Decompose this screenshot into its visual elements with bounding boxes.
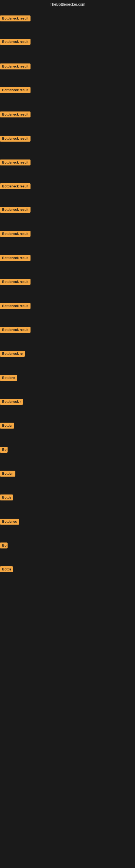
bottleneck-result-badge[interactable]: Bottleneck result bbox=[0, 183, 31, 189]
bottleneck-badge-container: Bottlen bbox=[0, 471, 15, 478]
bottleneck-badge-container: Bo bbox=[0, 542, 8, 550]
bottleneck-result-badge[interactable]: Bottleneck re bbox=[0, 351, 25, 357]
bottleneck-result-badge[interactable]: Bottleneck result bbox=[0, 87, 31, 93]
bottleneck-result-badge[interactable]: Bottleneck result bbox=[0, 207, 31, 213]
bottleneck-result-badge[interactable]: Bottleneck result bbox=[0, 112, 31, 118]
bottleneck-badge-container: Bottleneck result bbox=[0, 231, 31, 238]
site-title: TheBottlenecker.com bbox=[0, 0, 135, 8]
bottleneck-result-badge[interactable]: Bottleneck result bbox=[0, 63, 31, 69]
bottleneck-result-badge[interactable]: Bottleneck result bbox=[0, 39, 31, 45]
bottleneck-badge-container: Bo bbox=[0, 447, 8, 454]
bottleneck-result-badge[interactable]: Bottleneck result bbox=[0, 327, 31, 333]
bottleneck-result-badge[interactable]: Bo bbox=[0, 447, 8, 453]
bottleneck-result-badge[interactable]: Bottlene bbox=[0, 375, 17, 381]
bottleneck-result-badge[interactable]: Bottleneck result bbox=[0, 135, 31, 142]
bottleneck-badge-container: Bottleneck result bbox=[0, 279, 31, 286]
bottleneck-badge-container: Bottle bbox=[0, 566, 13, 574]
bottleneck-result-badge[interactable]: Bottler bbox=[0, 423, 14, 429]
bottleneck-result-badge[interactable]: Bottleneck result bbox=[0, 279, 31, 285]
bottleneck-badge-container: Bottleneck r bbox=[0, 399, 23, 406]
bottleneck-badge-container: Bottleneck result bbox=[0, 183, 31, 190]
bottleneck-badge-container: Bottleneck result bbox=[0, 207, 31, 214]
bottleneck-badge-container: Bottleneck result bbox=[0, 303, 31, 310]
bottleneck-badge-container: Bottleneck result bbox=[0, 63, 31, 70]
bottleneck-result-badge[interactable]: Bottle bbox=[0, 566, 13, 572]
bottleneck-result-badge[interactable]: Bottlenec bbox=[0, 519, 19, 525]
bottleneck-badge-container: Bottleneck result bbox=[0, 255, 31, 262]
bottleneck-badge-container: Bottleneck re bbox=[0, 351, 25, 358]
bottleneck-result-badge[interactable]: Bottle bbox=[0, 495, 13, 500]
bottleneck-badge-container: Bottleneck result bbox=[0, 87, 31, 94]
bottleneck-badge-container: Bottle bbox=[0, 495, 13, 501]
bottleneck-result-badge[interactable]: Bottleneck result bbox=[0, 303, 31, 309]
bottleneck-result-badge[interactable]: Bottlen bbox=[0, 471, 15, 476]
bottleneck-result-badge[interactable]: Bottleneck result bbox=[0, 255, 31, 261]
bottleneck-badge-container: Bottleneck result bbox=[0, 159, 31, 166]
bottleneck-result-badge[interactable]: Bottleneck result bbox=[0, 159, 31, 165]
bottleneck-badge-container: Bottlenec bbox=[0, 519, 19, 526]
bottleneck-result-badge[interactable]: Bo bbox=[0, 542, 8, 549]
bottleneck-result-badge[interactable]: Bottleneck result bbox=[0, 231, 31, 237]
bottleneck-badge-container: Bottlene bbox=[0, 375, 17, 382]
bottleneck-badge-container: Bottleneck result bbox=[0, 16, 31, 23]
bottleneck-result-badge[interactable]: Bottleneck result bbox=[0, 16, 31, 22]
bottleneck-result-badge[interactable]: Bottleneck r bbox=[0, 399, 23, 405]
bottleneck-badge-container: Bottler bbox=[0, 423, 14, 430]
bottleneck-badge-container: Bottleneck result bbox=[0, 327, 31, 334]
bottleneck-badge-container: Bottleneck result bbox=[0, 135, 31, 143]
bottleneck-badge-container: Bottleneck result bbox=[0, 112, 31, 119]
bottleneck-badge-container: Bottleneck result bbox=[0, 39, 31, 46]
